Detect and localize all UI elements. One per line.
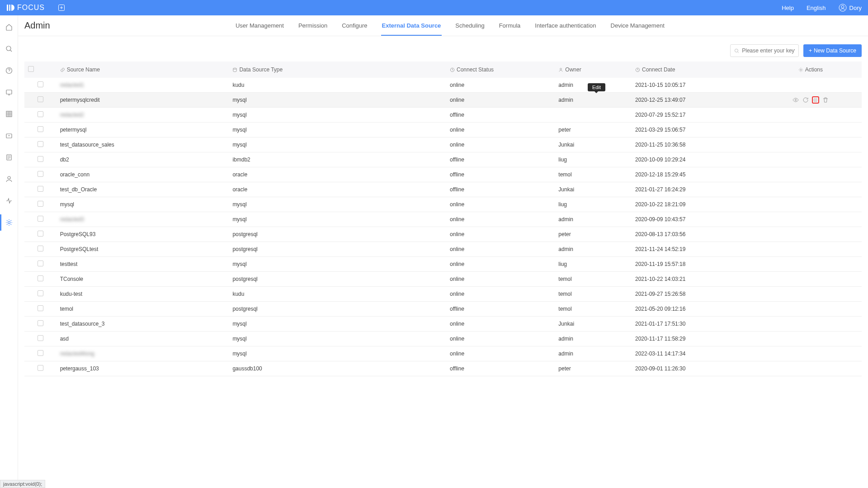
row-checkbox[interactable] bbox=[38, 290, 43, 296]
row-checkbox[interactable] bbox=[38, 186, 43, 192]
connect-status: online bbox=[446, 242, 555, 257]
row-checkbox[interactable] bbox=[38, 365, 43, 371]
svg-rect-7 bbox=[6, 90, 12, 94]
owner: admin bbox=[555, 78, 632, 93]
table-row[interactable]: redacted3mysqlonlineadmin2020-09-09 10:4… bbox=[24, 212, 862, 227]
table-row[interactable]: redacted2mysqloffline2020-07-29 15:52:17 bbox=[24, 108, 862, 123]
sidebar-clipboard[interactable] bbox=[0, 152, 18, 163]
row-checkbox[interactable] bbox=[38, 201, 43, 207]
table-row[interactable]: petermysqlcreditmysqlonlineadmin2020-12-… bbox=[24, 93, 862, 108]
row-checkbox[interactable] bbox=[38, 320, 43, 326]
sidebar-user[interactable] bbox=[0, 174, 18, 185]
table-row[interactable]: db2ibmdb2offlineliug2020-10-09 10:29:24 bbox=[24, 152, 862, 167]
col-name-label: Source Name bbox=[67, 66, 100, 73]
tab-formula[interactable]: Formula bbox=[498, 15, 522, 36]
table-row[interactable]: PostgreSQL93postgresqlonlinepeter2020-08… bbox=[24, 227, 862, 242]
sidebar-table[interactable] bbox=[0, 109, 18, 119]
row-checkbox[interactable] bbox=[38, 231, 43, 237]
row-checkbox[interactable] bbox=[38, 305, 43, 311]
user-menu[interactable]: Dory bbox=[839, 4, 862, 12]
logo[interactable]: FOCUS bbox=[6, 4, 45, 12]
source-name: test_datasource_3 bbox=[60, 321, 105, 327]
owner: peter bbox=[555, 361, 632, 376]
sidebar-home[interactable] bbox=[0, 22, 18, 33]
tab-external-data-source[interactable]: External Data Source bbox=[381, 15, 442, 36]
row-checkbox[interactable] bbox=[38, 126, 43, 132]
connect-status: online bbox=[446, 123, 555, 137]
table-row[interactable]: asdmysqlonlineadmin2020-11-17 11:58:29 bbox=[24, 332, 862, 346]
table-row[interactable]: test_datasource_salesmysqlonlineJunkai20… bbox=[24, 137, 862, 152]
sidebar-activity[interactable] bbox=[0, 195, 18, 206]
table-row[interactable]: temolpostgresqlofflinetemol2021-05-20 09… bbox=[24, 302, 862, 317]
table-row[interactable]: test_datasource_3mysqlonlineJunkai2021-0… bbox=[24, 317, 862, 332]
row-checkbox[interactable] bbox=[38, 171, 43, 177]
table-row[interactable]: mysqlmysqlonlineliug2020-10-22 18:21:09 bbox=[24, 197, 862, 212]
table-row[interactable]: petergauss_103gaussdb100offlinepeter2020… bbox=[24, 361, 862, 376]
new-data-source-button[interactable]: + New Data Source bbox=[803, 44, 862, 57]
data-source-type: oracle bbox=[229, 182, 446, 197]
connect-date: 2020-09-01 11:26:30 bbox=[632, 361, 760, 376]
refresh-icon[interactable] bbox=[802, 96, 809, 104]
tab-permission[interactable]: Permission bbox=[297, 15, 328, 36]
svg-point-16 bbox=[560, 68, 562, 70]
row-checkbox[interactable] bbox=[38, 111, 43, 117]
source-name: test_db_Oracle bbox=[60, 186, 97, 193]
language-selector[interactable]: English bbox=[807, 5, 826, 11]
table-row[interactable]: PostgreSQLtestpostgresqlonlineadmin2021-… bbox=[24, 242, 862, 257]
row-checkbox[interactable] bbox=[38, 350, 43, 356]
row-checkbox[interactable] bbox=[38, 96, 43, 102]
table-row[interactable]: redacted1kuduonlineadmin2021-10-15 10:05… bbox=[24, 78, 862, 93]
row-checkbox[interactable] bbox=[38, 246, 43, 251]
row-checkbox[interactable] bbox=[38, 261, 43, 266]
row-checkbox[interactable] bbox=[38, 141, 43, 147]
browser-status-bar: javascript:void(0); bbox=[0, 480, 45, 488]
svg-rect-8 bbox=[6, 111, 12, 117]
owner: Junkai bbox=[555, 317, 632, 332]
search-input[interactable] bbox=[742, 47, 795, 54]
connect-status: offline bbox=[446, 361, 555, 376]
tab-configure[interactable]: Configure bbox=[341, 15, 368, 36]
row-checkbox[interactable] bbox=[38, 81, 43, 87]
connect-date: 2021-03-29 15:06:57 bbox=[632, 123, 760, 137]
row-checkbox[interactable] bbox=[38, 275, 43, 281]
tab-interface-authentication[interactable]: Interface authentication bbox=[534, 15, 597, 36]
table-header-row: Source Name Data Source Type Connect Sta… bbox=[24, 62, 862, 78]
owner: temol bbox=[555, 287, 632, 302]
table-row[interactable]: test_db_OracleoracleofflineJunkai2021-01… bbox=[24, 182, 862, 197]
help-link[interactable]: Help bbox=[782, 5, 794, 11]
owner: admin bbox=[555, 93, 632, 108]
data-source-type: postgresql bbox=[229, 227, 446, 242]
sidebar-folder[interactable] bbox=[0, 130, 18, 141]
source-name: temol bbox=[60, 306, 73, 312]
sidebar-settings[interactable] bbox=[0, 217, 18, 228]
table-row[interactable]: TConsolepostgresqlonlinetemol2021-10-22 … bbox=[24, 272, 862, 287]
table-row[interactable]: petermysqlmysqlonlinepeter2021-03-29 15:… bbox=[24, 123, 862, 137]
row-checkbox[interactable] bbox=[38, 335, 43, 341]
tab-scheduling[interactable]: Scheduling bbox=[454, 15, 485, 36]
connect-date: 2021-01-27 16:24:29 bbox=[632, 182, 760, 197]
table-row[interactable]: testtestmysqlonlineliug2020-11-19 15:57:… bbox=[24, 257, 862, 272]
sidebar-search[interactable] bbox=[0, 43, 18, 54]
edit-icon[interactable] bbox=[812, 96, 819, 104]
add-tab-button[interactable] bbox=[58, 5, 65, 11]
select-all-checkbox[interactable] bbox=[28, 66, 34, 72]
connect-status: online bbox=[446, 332, 555, 346]
row-checkbox[interactable] bbox=[38, 156, 43, 162]
table-row[interactable]: redacted4longmysqlonlineadmin2022-03-11 … bbox=[24, 346, 862, 361]
sidebar-help[interactable] bbox=[0, 65, 18, 76]
top-bar: FOCUS Help English Dory bbox=[0, 0, 868, 15]
sidebar-dashboard[interactable] bbox=[0, 87, 18, 98]
tab-user-management[interactable]: User Management bbox=[235, 15, 285, 36]
delete-icon[interactable] bbox=[822, 96, 829, 104]
connect-date: 2020-10-22 18:21:09 bbox=[632, 197, 760, 212]
row-checkbox[interactable] bbox=[38, 216, 43, 222]
col-type-label: Data Source Type bbox=[239, 66, 283, 73]
table-row[interactable]: kudu-testkuduonlinetemol2021-09-27 15:26… bbox=[24, 287, 862, 302]
database-icon bbox=[232, 67, 237, 72]
source-name: kudu-test bbox=[60, 291, 82, 297]
search-box[interactable] bbox=[730, 44, 799, 57]
table-row[interactable]: oracle_connoracleofflinetemol2020-12-18 … bbox=[24, 167, 862, 182]
connect-date: 2022-03-11 14:17:34 bbox=[632, 346, 760, 361]
tab-device-management[interactable]: Device Management bbox=[610, 15, 665, 36]
view-icon[interactable] bbox=[792, 96, 799, 104]
